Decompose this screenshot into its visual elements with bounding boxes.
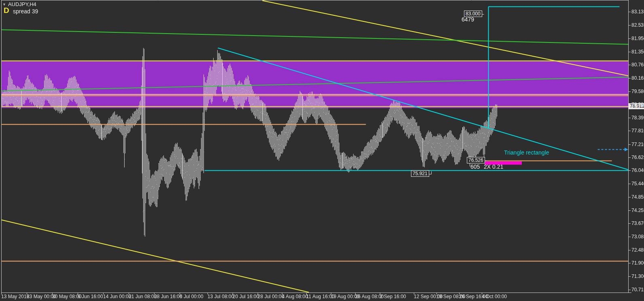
x-axis-label: 11 Aug 16:00 [306, 294, 335, 299]
x-axis-label: 20 Jul 16:00 [233, 294, 259, 299]
price-label-box-75921[interactable]: 75.921 [411, 170, 429, 177]
y-axis-label: 71.300 [631, 273, 644, 279]
y-axis-label: 79.580 [631, 89, 644, 94]
y-axis-label: 81.950 [631, 36, 644, 41]
x-axis-label: 6 Jun 16:00 [78, 294, 103, 299]
points-6479-label[interactable]: 6479 [462, 16, 474, 23]
triangle-rectangle-label[interactable]: Triangle rectangle [504, 149, 549, 156]
y-axis-label: 80.765 [631, 62, 644, 68]
symbol-timeframe-title: AUDJPY,H4 [8, 1, 36, 7]
x-axis-label: 13 Jul 08:00 [208, 294, 234, 299]
points-605-label[interactable]: 605 [470, 163, 480, 170]
y-axis-label: 73.085 [631, 234, 644, 240]
x-axis-label: 21 Jun 08:00 [129, 294, 157, 299]
y-axis-label: 81.350 [631, 49, 644, 55]
x-axis-label: 23 May 00:00 [27, 294, 56, 299]
y-axis-label: 77.210 [631, 142, 644, 147]
y-axis-label: 78.985 [631, 102, 644, 107]
x-axis-label: 13 May 2016 [1, 294, 29, 299]
y-axis-label: 82.535 [631, 22, 644, 28]
measure-2x-label[interactable]: 2X 0.21 [484, 163, 503, 170]
x-axis-label: 6 Jul 00:00 [180, 294, 203, 299]
y-axis-label: 80.165 [631, 75, 644, 81]
y-axis-label: 72.485 [631, 247, 644, 253]
y-axis-label: 74.255 [631, 208, 644, 213]
x-axis-label: 2 Sep 16:00 [380, 294, 406, 299]
y-axis-label: 73.670 [631, 220, 644, 226]
y-axis-label: 78.395 [631, 115, 644, 121]
y-axis-label: 75.440 [631, 181, 644, 187]
y-axis-label: 70.715 [631, 287, 644, 293]
y-axis-label: 71.900 [631, 260, 644, 266]
x-axis-label: 30 May 08:00 [52, 294, 82, 299]
y-axis-label: 74.855 [631, 194, 644, 200]
x-axis-label: 4 Aug 08:00 [282, 294, 308, 299]
x-axis-label: 28 Jul 00:00 [258, 294, 284, 299]
chart-window: ▼AUDJPY,H4 D spread 39 83.000 6479 Trian… [0, 0, 644, 301]
x-axis-label: 4 Oct 00:00 [482, 294, 507, 299]
indicator-letter: D [4, 6, 9, 15]
y-axis-label: 77.810 [631, 128, 644, 134]
y-axis-label: 76.625 [631, 155, 644, 160]
y-axis-label: 76.040 [631, 167, 644, 173]
x-axis-label: 14 Jun 00:00 [103, 294, 131, 299]
spread-label: spread 39 [13, 8, 38, 15]
price-label-box-76526[interactable]: 76.526 [467, 157, 485, 163]
x-axis-label: 28 Jun 16:00 [154, 294, 182, 299]
y-axis-label: 83.135 [631, 9, 644, 15]
